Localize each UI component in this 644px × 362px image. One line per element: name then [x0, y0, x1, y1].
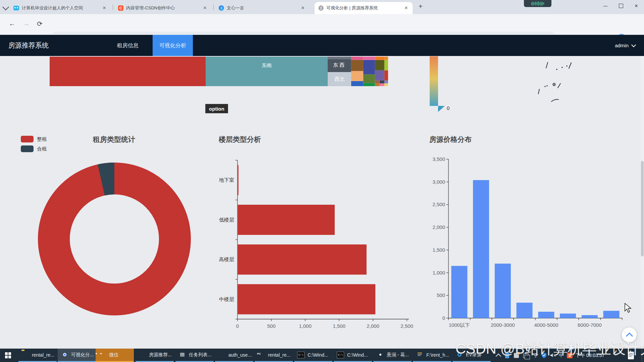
tab-close-icon[interactable]: ✕: [202, 5, 208, 11]
window-close-button[interactable]: ✕: [629, 0, 644, 11]
tab-separator: [113, 5, 113, 10]
taskbar-item-cmd-2[interactable]: C:\ C:\Wind...: [334, 349, 372, 362]
svg-text:1,500: 1,500: [432, 247, 445, 253]
forward-icon[interactable]: →: [23, 20, 30, 27]
legend-swatch: [21, 136, 34, 142]
treemap-mosaic[interactable]: [351, 57, 388, 86]
window-minimize-button[interactable]: —: [598, 0, 613, 11]
orientation-treemap: 东南 东西 西北: [50, 57, 388, 86]
chevron-down-icon: [631, 43, 636, 47]
taskbar-item-folder[interactable]: rental_re...: [18, 349, 57, 362]
taskbar-item-music[interactable]: 悬溺 - 葛...: [373, 349, 412, 362]
wechat-icon: [99, 351, 107, 359]
username: admin: [615, 43, 629, 48]
svg-text:6000-7000: 6000-7000: [578, 322, 602, 328]
pie-chart[interactable]: [35, 159, 194, 319]
pie-chart-title: 租房类型统计: [74, 135, 154, 144]
taskbar-item-tasklist[interactable]: 任务列表...: [175, 349, 214, 362]
tasklist-icon: [178, 351, 186, 359]
new-tab-button[interactable]: +: [419, 3, 423, 10]
svg-text:1,500: 1,500: [333, 323, 345, 329]
chevron-up-icon: [626, 333, 633, 340]
treemap-label: 东南: [206, 62, 328, 69]
tab-separator: [213, 5, 214, 10]
floor-bar-chart[interactable]: 地下室低楼层高楼层中楼层05001,0001,5002,0002,500: [215, 154, 423, 335]
svg-text:3,000: 3,000: [432, 179, 445, 185]
legend-item[interactable]: 整租: [21, 136, 47, 142]
tab-csdn[interactable]: C 内容管理-CSDN创作中心 ✕: [115, 2, 211, 14]
pycharm-icon: PC: [258, 351, 266, 359]
svg-text:低楼层: 低楼层: [219, 217, 234, 223]
edge-icon: [139, 351, 147, 359]
taskbar-item-wechat[interactable]: 微信: [96, 349, 134, 362]
svg-text:中楼层: 中楼层: [219, 296, 234, 302]
app-brand[interactable]: 房源推荐系统: [8, 35, 49, 56]
tab-close-icon[interactable]: ✕: [403, 5, 409, 11]
svg-text:2,500: 2,500: [400, 323, 413, 329]
cmd-icon: C:\: [337, 351, 345, 359]
browser-toolbar: ← → ⟳ i 127.0.0.1:8000/#/Charts/Index 文 …: [0, 14, 644, 35]
svg-text:1,000: 1,000: [432, 270, 445, 276]
refresh-icon[interactable]: ⟳: [37, 20, 43, 28]
svg-text:1000以下: 1000以下: [449, 322, 470, 328]
svg-text:4000-5000: 4000-5000: [534, 322, 558, 328]
scrollbar-thumb[interactable]: [641, 161, 644, 256]
treemap-block-large[interactable]: [50, 57, 206, 86]
treemap-block-eastwest[interactable]: 东西: [328, 57, 351, 72]
taskbar-item-chrome[interactable]: 可视化分...: [58, 349, 96, 362]
visual-map-gradient[interactable]: [430, 56, 438, 106]
folder-icon: [21, 351, 30, 359]
svg-text:2,000: 2,000: [367, 323, 379, 329]
partial-scatter-marks: [535, 59, 579, 106]
tab-list-chevron-icon[interactable]: [2, 4, 9, 10]
treemap-block-northwest[interactable]: 西北: [328, 72, 351, 86]
nav-item-visual-analysis[interactable]: 可视化分析: [153, 35, 193, 56]
legend-item[interactable]: 合租: [21, 145, 47, 152]
pie-legend[interactable]: 整租 合租: [21, 136, 47, 152]
window-maximize-button[interactable]: [613, 0, 629, 11]
tab-title: 内容管理-CSDN创作中心: [126, 5, 199, 11]
tab-bilibili[interactable]: 计算机毕业设计超人的个人空间 ✕: [10, 2, 111, 14]
chrome-icon: [61, 351, 69, 359]
svg-text:高楼层: 高楼层: [219, 256, 234, 262]
nav-item-rental-info[interactable]: 租房信息: [113, 35, 143, 56]
window-controls: — ✕: [598, 0, 644, 11]
visual-map-min-label: 0: [447, 105, 449, 111]
taskbar-item-cmd-1[interactable]: C:\ C:\Wind...: [294, 349, 332, 362]
tab-active-charts[interactable]: 可视化分析 | 房源推荐系统 ✕: [315, 2, 413, 14]
start-button[interactable]: [0, 349, 16, 362]
treemap-label: 西北: [328, 76, 351, 82]
taskbar-item-auth[interactable]: auth_use...: [215, 349, 253, 362]
visual-map-handle[interactable]: [438, 106, 445, 112]
svg-text:0: 0: [236, 323, 239, 329]
screen-recorder-widget[interactable]: [524, 0, 551, 7]
treemap-block-southeast[interactable]: 东南: [206, 57, 328, 86]
browser-tab-strip: 计算机毕业设计超人的个人空间 ✕ C 内容管理-CSDN创作中心 ✕ 文 文心一…: [0, 0, 644, 14]
taskbar-item-pycharm[interactable]: PC rental_re...: [255, 349, 293, 362]
floor-chart-title: 楼层类型分析: [219, 135, 261, 144]
back-icon[interactable]: ←: [9, 20, 15, 27]
csdn-favicon: C: [118, 5, 123, 11]
svg-text:2,500: 2,500: [432, 201, 445, 207]
taskbar-item-edge[interactable]: 房源推荐...: [136, 349, 174, 362]
user-menu[interactable]: admin: [615, 35, 635, 56]
app-navbar: 房源推荐系统 租房信息 可视化分析 admin: [0, 35, 644, 56]
mouse-cursor: [624, 303, 633, 313]
csdn-watermark: CSDN @B站计算机毕业设计大学: [455, 339, 644, 359]
taskbar-item-notepad[interactable]: F:\rent_h...: [413, 349, 451, 362]
price-bar-chart[interactable]: 05001,0001,5002,0002,5003,0003,5001000以下…: [423, 154, 644, 335]
windows-logo-icon: [5, 352, 11, 358]
legend-label: 合租: [37, 146, 47, 152]
tab-close-icon[interactable]: ✕: [300, 5, 306, 11]
svg-text:500: 500: [437, 292, 445, 298]
svg-text:1,000: 1,000: [299, 323, 312, 329]
svg-text:地下室: 地下室: [219, 177, 234, 183]
tab-title: 文心一言: [227, 5, 297, 11]
globe-favicon: [318, 5, 324, 11]
legend-swatch: [21, 145, 34, 152]
bilibili-favicon: [13, 6, 19, 10]
tab-close-icon[interactable]: ✕: [101, 5, 107, 11]
svg-text:2,000: 2,000: [432, 224, 445, 230]
database-app-icon: [218, 351, 226, 359]
tab-wenxin[interactable]: 文 文心一言 ✕: [215, 2, 309, 14]
